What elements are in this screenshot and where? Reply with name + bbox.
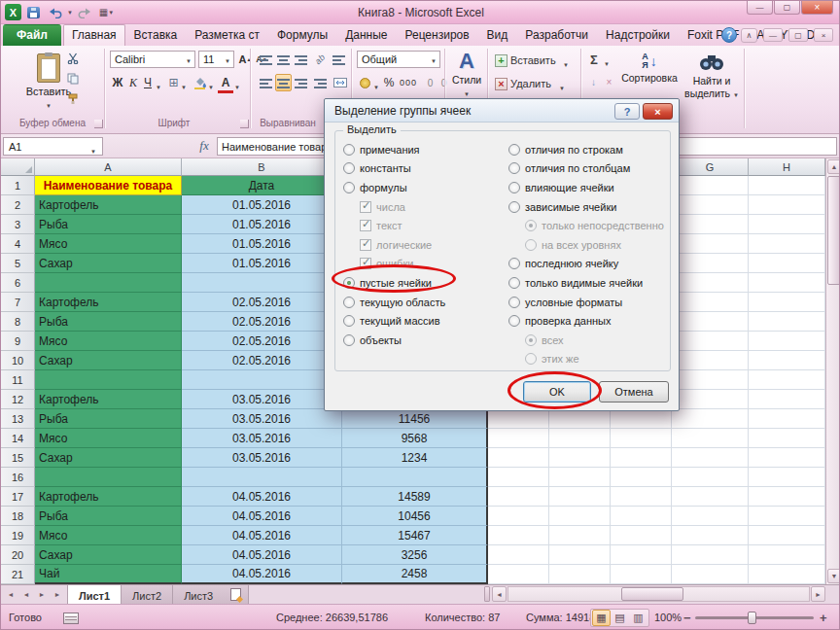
- radio-last-cell[interactable]: [508, 258, 520, 269]
- cell-E13[interactable]: [549, 409, 611, 429]
- cell-B7[interactable]: 02.05.2016: [182, 293, 342, 312]
- cell-B16[interactable]: [182, 468, 342, 487]
- ribbon-tab-developer[interactable]: Разработчи: [516, 24, 597, 46]
- cell-H17[interactable]: [749, 487, 825, 507]
- option-last-cell[interactable]: последнюю ячейку: [508, 255, 674, 274]
- insert-cells-button[interactable]: Вставить: [510, 52, 561, 69]
- percent-style-button[interactable]: %: [382, 74, 396, 91]
- cell-B6[interactable]: [182, 273, 342, 293]
- cell-B1[interactable]: Дата: [182, 176, 342, 195]
- tab-split-handle[interactable]: [484, 586, 490, 602]
- cell-F16[interactable]: [611, 468, 672, 487]
- row-header-21[interactable]: 21: [1, 565, 35, 584]
- option-row-differences[interactable]: отличия по строкам: [508, 140, 674, 159]
- underline-caret-icon[interactable]: [156, 79, 161, 92]
- cell-D17[interactable]: [488, 487, 549, 507]
- zoom-out-button[interactable]: −: [683, 611, 691, 625]
- cell-A8[interactable]: Рыба: [35, 312, 182, 332]
- zoom-slider-thumb[interactable]: [748, 612, 756, 624]
- cell-G3[interactable]: [672, 215, 749, 234]
- align-right-icon[interactable]: [293, 74, 309, 91]
- previous-sheet-icon[interactable]: ◄: [19, 587, 33, 602]
- number-format-select[interactable]: Общий: [357, 51, 440, 68]
- font-color-caret-icon[interactable]: [234, 79, 240, 92]
- cell-G11[interactable]: [672, 370, 749, 390]
- cell-F20[interactable]: [611, 545, 672, 565]
- row-header-3[interactable]: 3: [1, 215, 35, 234]
- cell-G1[interactable]: [672, 176, 749, 195]
- radio-constants[interactable]: [343, 162, 355, 174]
- row-header-9[interactable]: 9: [1, 332, 35, 351]
- row-header-7[interactable]: 7: [1, 293, 35, 312]
- save-button[interactable]: [24, 4, 43, 20]
- radio-objects[interactable]: [343, 334, 355, 346]
- cell-H16[interactable]: [749, 468, 825, 487]
- column-header-A[interactable]: A: [35, 158, 182, 176]
- macro-record-icon[interactable]: [63, 612, 79, 624]
- row-header-2[interactable]: 2: [1, 195, 35, 215]
- cell-B15[interactable]: 03.05.2016: [182, 448, 342, 468]
- cell-H21[interactable]: [749, 565, 825, 584]
- option-visible-only[interactable]: только видимые ячейки: [508, 273, 674, 293]
- cell-B3[interactable]: 01.05.2016: [182, 215, 342, 234]
- option-comments[interactable]: примечания: [343, 140, 508, 159]
- cell-D13[interactable]: [488, 409, 549, 429]
- zoom-slider[interactable]: [695, 616, 814, 619]
- customize-quick-access-button[interactable]: ▦▼: [97, 4, 116, 20]
- option-conditional-formats[interactable]: условные форматы: [508, 293, 674, 312]
- horizontal-scroll-thumb[interactable]: [621, 587, 683, 601]
- clipboard-dialog-launcher[interactable]: [94, 120, 103, 128]
- cell-H20[interactable]: [749, 545, 825, 565]
- cell-C20[interactable]: 3256: [342, 545, 488, 565]
- scroll-up-icon[interactable]: ▲: [827, 159, 840, 174]
- ribbon-tab-add-ins[interactable]: Надстройки: [597, 24, 679, 46]
- cell-H10[interactable]: [749, 351, 825, 370]
- merge-center-icon[interactable]: [331, 74, 349, 91]
- cell-B9[interactable]: 02.05.2016: [182, 332, 342, 351]
- cell-C17[interactable]: 14589: [342, 487, 488, 507]
- wrap-text-icon[interactable]: [331, 51, 347, 68]
- delete-cells-button[interactable]: Удалить: [510, 75, 559, 92]
- row-header-6[interactable]: 6: [1, 273, 35, 293]
- cell-A1[interactable]: Наименование товара: [35, 176, 182, 195]
- insert-cells-icon[interactable]: +: [494, 52, 508, 69]
- option-constants[interactable]: константы: [343, 159, 508, 179]
- option-objects[interactable]: объекты: [343, 331, 508, 350]
- scroll-down-icon[interactable]: ▼: [827, 569, 840, 583]
- radio-dependents[interactable]: [508, 201, 520, 213]
- cell-G15[interactable]: [672, 448, 749, 468]
- bold-button[interactable]: Ж: [110, 74, 125, 91]
- row-header-13[interactable]: 13: [1, 409, 35, 429]
- option-current-array[interactable]: текущий массив: [343, 311, 508, 331]
- cell-F17[interactable]: [611, 487, 672, 507]
- ribbon-tab-formulas[interactable]: Формулы: [268, 24, 336, 46]
- align-bottom-icon[interactable]: [293, 51, 309, 68]
- cell-G2[interactable]: [672, 195, 749, 215]
- row-header-15[interactable]: 15: [1, 448, 35, 468]
- cell-A10[interactable]: Сахар: [35, 351, 182, 370]
- page-break-view-button[interactable]: ▥: [629, 610, 648, 626]
- select-all-corner[interactable]: [1, 158, 35, 176]
- sheet-tab-sheet3[interactable]: Лист3: [172, 585, 225, 604]
- cell-C18[interactable]: 10456: [342, 507, 488, 526]
- cell-A15[interactable]: Сахар: [35, 448, 182, 468]
- cell-B18[interactable]: 04.05.2016: [182, 507, 342, 526]
- cell-H6[interactable]: [749, 273, 825, 293]
- ribbon-tab-insert[interactable]: Вставка: [125, 24, 187, 46]
- undo-caret-icon[interactable]: ▼: [67, 10, 73, 16]
- row-header-20[interactable]: 20: [1, 545, 35, 565]
- cell-B12[interactable]: 03.05.2016: [182, 390, 342, 409]
- row-header-16[interactable]: 16: [1, 468, 35, 487]
- cell-H1[interactable]: [749, 176, 825, 195]
- help-icon[interactable]: ?: [721, 27, 737, 43]
- cell-H14[interactable]: [749, 429, 825, 448]
- clear-icon[interactable]: ×: [602, 75, 616, 88]
- last-sheet-icon[interactable]: ►: [51, 587, 64, 602]
- italic-button[interactable]: К: [126, 74, 140, 91]
- delete-cells-caret-icon[interactable]: [559, 80, 565, 93]
- cut-icon[interactable]: [63, 51, 83, 66]
- cell-G18[interactable]: [672, 507, 749, 526]
- radio-row-differences[interactable]: [508, 144, 520, 156]
- ribbon-tab-view[interactable]: Вид: [478, 24, 517, 46]
- cell-B14[interactable]: 03.05.2016: [182, 429, 342, 448]
